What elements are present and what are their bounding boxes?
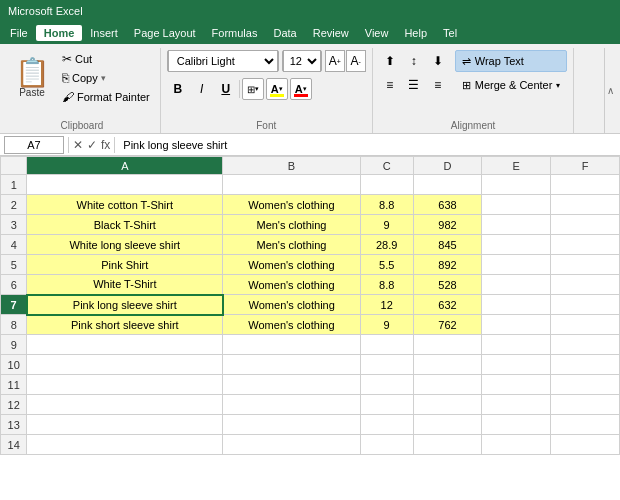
cell-b14[interactable]: [223, 435, 361, 455]
cell-f13[interactable]: [551, 415, 620, 435]
cell-b5[interactable]: Women's clothing: [223, 255, 361, 275]
cell-f14[interactable]: [551, 435, 620, 455]
cell-a2[interactable]: White cotton T-Shirt: [27, 195, 223, 215]
menu-help[interactable]: Help: [396, 25, 435, 41]
cell-e10[interactable]: [482, 355, 551, 375]
cell-c5[interactable]: 5.5: [360, 255, 413, 275]
increase-font-button[interactable]: A+: [325, 50, 345, 72]
menu-file[interactable]: File: [2, 25, 36, 41]
cell-b4[interactable]: Men's clothing: [223, 235, 361, 255]
cell-e9[interactable]: [482, 335, 551, 355]
cell-c14[interactable]: [360, 435, 413, 455]
cell-a3[interactable]: Black T-Shirt: [27, 215, 223, 235]
merge-dropdown[interactable]: ▾: [556, 81, 560, 90]
menu-formulas[interactable]: Formulas: [204, 25, 266, 41]
menu-insert[interactable]: Insert: [82, 25, 126, 41]
cell-f11[interactable]: [551, 375, 620, 395]
cell-c1[interactable]: [360, 175, 413, 195]
cell-c2[interactable]: 8.8: [360, 195, 413, 215]
cell-c8[interactable]: 9: [360, 315, 413, 335]
cell-c4[interactable]: 28.9: [360, 235, 413, 255]
borders-button[interactable]: ⊞ ▾: [242, 78, 264, 100]
cell-b6[interactable]: Women's clothing: [223, 275, 361, 295]
bold-button[interactable]: B: [167, 78, 189, 100]
cell-e12[interactable]: [482, 395, 551, 415]
cell-a5[interactable]: Pink Shirt: [27, 255, 223, 275]
cell-f8[interactable]: [551, 315, 620, 335]
format-painter-button[interactable]: 🖌 Format Painter: [58, 88, 154, 106]
cell-c9[interactable]: [360, 335, 413, 355]
cell-f7[interactable]: [551, 295, 620, 315]
cell-f1[interactable]: [551, 175, 620, 195]
cell-f6[interactable]: [551, 275, 620, 295]
align-middle-button[interactable]: ↕: [403, 50, 425, 72]
cell-c12[interactable]: [360, 395, 413, 415]
cell-f10[interactable]: [551, 355, 620, 375]
cell-b2[interactable]: Women's clothing: [223, 195, 361, 215]
menu-home[interactable]: Home: [36, 25, 83, 41]
align-left-button[interactable]: ≡: [379, 74, 401, 96]
highlight-dropdown[interactable]: ▾: [279, 85, 283, 93]
cell-a9[interactable]: [27, 335, 223, 355]
cell-f9[interactable]: [551, 335, 620, 355]
cell-d10[interactable]: [413, 355, 482, 375]
cell-e11[interactable]: [482, 375, 551, 395]
cell-b12[interactable]: [223, 395, 361, 415]
merge-center-button[interactable]: ⊞ Merge & Center ▾: [455, 74, 568, 96]
cell-c7[interactable]: 12: [360, 295, 413, 315]
underline-button[interactable]: U: [215, 78, 237, 100]
col-header-a[interactable]: A: [27, 157, 223, 175]
font-family-select[interactable]: Calibri Light: [168, 50, 278, 72]
cell-a7[interactable]: Pink long sleeve shirt: [27, 295, 223, 315]
cell-e1[interactable]: [482, 175, 551, 195]
menu-data[interactable]: Data: [265, 25, 304, 41]
cell-b9[interactable]: [223, 335, 361, 355]
menu-view[interactable]: View: [357, 25, 397, 41]
font-color-button[interactable]: A ▾: [290, 78, 312, 100]
align-center-button[interactable]: ☰: [403, 74, 425, 96]
cell-b3[interactable]: Men's clothing: [223, 215, 361, 235]
col-header-b[interactable]: B: [223, 157, 361, 175]
col-header-c[interactable]: C: [360, 157, 413, 175]
cell-c6[interactable]: 8.8: [360, 275, 413, 295]
italic-button[interactable]: I: [191, 78, 213, 100]
paste-button[interactable]: 📋 Paste: [10, 50, 54, 106]
cell-e6[interactable]: [482, 275, 551, 295]
formula-input[interactable]: [119, 136, 616, 154]
cell-d9[interactable]: [413, 335, 482, 355]
cell-d12[interactable]: [413, 395, 482, 415]
cell-c10[interactable]: [360, 355, 413, 375]
cell-d2[interactable]: 638: [413, 195, 482, 215]
cell-f12[interactable]: [551, 395, 620, 415]
cell-b10[interactable]: [223, 355, 361, 375]
cell-f4[interactable]: [551, 235, 620, 255]
formula-cancel-icon[interactable]: ✕: [73, 138, 83, 152]
cell-d1[interactable]: [413, 175, 482, 195]
cell-a4[interactable]: White long sleeve shirt: [27, 235, 223, 255]
cell-d4[interactable]: 845: [413, 235, 482, 255]
copy-dropdown-arrow[interactable]: ▾: [101, 73, 106, 83]
cell-d7[interactable]: 632: [413, 295, 482, 315]
cell-d6[interactable]: 528: [413, 275, 482, 295]
cell-e4[interactable]: [482, 235, 551, 255]
cell-c3[interactable]: 9: [360, 215, 413, 235]
cell-d3[interactable]: 982: [413, 215, 482, 235]
cell-f3[interactable]: [551, 215, 620, 235]
cell-a6[interactable]: White T-Shirt: [27, 275, 223, 295]
decrease-font-button[interactable]: A-: [346, 50, 366, 72]
cell-c13[interactable]: [360, 415, 413, 435]
cell-e8[interactable]: [482, 315, 551, 335]
cut-button[interactable]: ✂ Cut: [58, 50, 154, 68]
cell-a10[interactable]: [27, 355, 223, 375]
cell-a12[interactable]: [27, 395, 223, 415]
col-header-d[interactable]: D: [413, 157, 482, 175]
align-top-button[interactable]: ⬆: [379, 50, 401, 72]
cell-e13[interactable]: [482, 415, 551, 435]
cell-d8[interactable]: 762: [413, 315, 482, 335]
cell-b8[interactable]: Women's clothing: [223, 315, 361, 335]
formula-insert-function-icon[interactable]: fx: [101, 138, 110, 152]
cell-b7[interactable]: Women's clothing: [223, 295, 361, 315]
font-size-select[interactable]: 12: [283, 50, 321, 72]
cell-d11[interactable]: [413, 375, 482, 395]
cell-f5[interactable]: [551, 255, 620, 275]
